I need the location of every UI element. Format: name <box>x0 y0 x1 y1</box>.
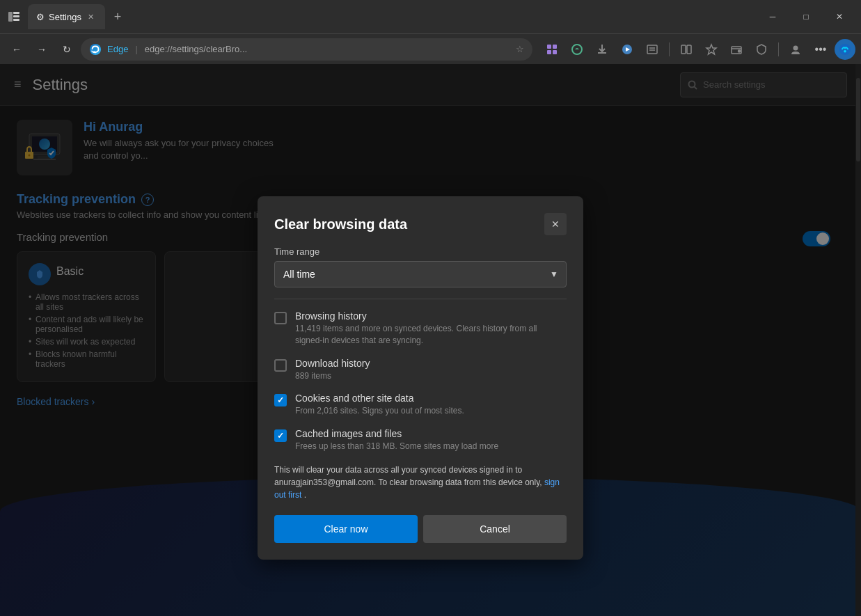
download-history-item: Download history 889 items <box>274 358 567 382</box>
svg-point-19 <box>793 45 798 50</box>
bing-copilot-icon[interactable] <box>835 39 855 60</box>
nav-bar: ← → ↻ Edge | edge://settings/clearBro...… <box>0 33 861 64</box>
download-history-desc: 889 items <box>295 370 567 382</box>
cookies-checkbox-wrapper[interactable] <box>274 394 287 406</box>
copilot-icon[interactable] <box>566 38 588 61</box>
dialog-divider <box>274 299 567 299</box>
svg-rect-8 <box>553 50 557 54</box>
dialog-actions: Clear now Cancel <box>274 515 567 543</box>
clear-now-button[interactable]: Clear now <box>274 515 418 543</box>
dialog-header: Clear browsing data ✕ <box>274 213 567 235</box>
tab-close-button[interactable]: ✕ <box>86 11 97 22</box>
play-icon[interactable] <box>616 38 638 61</box>
edge-label: Edge <box>107 44 128 54</box>
download-history-checkbox-wrapper[interactable] <box>274 359 287 372</box>
new-tab-button[interactable]: + <box>108 7 127 26</box>
browsing-history-checkbox-wrapper[interactable] <box>274 312 287 324</box>
wallet-icon[interactable] <box>725 38 748 61</box>
browser-guard-icon[interactable] <box>750 38 773 61</box>
browsing-history-checkbox[interactable] <box>274 312 287 324</box>
tab-favicon: ⚙ <box>36 12 45 22</box>
tab-title: Settings <box>49 12 81 22</box>
cookies-checkbox[interactable] <box>274 394 287 406</box>
window-controls: ─ □ ✕ <box>757 6 855 28</box>
browsing-history-title: Browsing history <box>295 310 567 322</box>
svg-rect-2 <box>13 15 19 17</box>
svg-rect-12 <box>647 45 657 54</box>
browser-frame: ⚙ Settings ✕ + ─ □ ✕ ← → ↻ <box>0 0 861 616</box>
edge-logo-icon <box>89 43 102 56</box>
title-bar: ⚙ Settings ✕ + ─ □ ✕ <box>0 0 861 33</box>
svg-rect-1 <box>13 12 19 14</box>
more-options-icon[interactable]: ••• <box>809 38 832 61</box>
time-range-wrapper: Last hour Last 24 hours Last 7 days Last… <box>274 261 567 287</box>
svg-rect-16 <box>687 45 691 54</box>
sidebar-toggle-icon[interactable] <box>6 8 22 25</box>
svg-rect-0 <box>8 12 13 22</box>
close-button[interactable]: ✕ <box>823 6 855 28</box>
refresh-button[interactable]: ↻ <box>56 38 78 61</box>
cached-images-desc: Frees up less than 318 MB. Some sites ma… <box>295 441 567 452</box>
svg-point-4 <box>90 43 101 54</box>
download-history-title: Download history <box>295 358 567 369</box>
cookies-desc: From 2,016 sites. Signs you out of most … <box>295 405 567 417</box>
browsing-history-label: Browsing history 11,419 items and more o… <box>295 310 567 347</box>
cached-images-checkbox[interactable] <box>274 429 287 442</box>
forward-button[interactable]: → <box>31 38 53 61</box>
extensions-icon[interactable] <box>541 38 563 61</box>
svg-rect-15 <box>681 45 686 54</box>
profile-icon[interactable] <box>784 38 807 61</box>
cookies-title: Cookies and other site data <box>295 393 567 404</box>
download-history-label: Download history 889 items <box>295 358 567 382</box>
cached-images-label: Cached images and files Frees up less th… <box>295 428 567 452</box>
settings-page: ≡ Settings Search settings <box>0 64 861 616</box>
svg-rect-3 <box>13 19 19 21</box>
toolbar-divider <box>669 42 670 56</box>
address-separator: | <box>135 44 137 54</box>
svg-point-21 <box>844 49 846 52</box>
tab-bar: ⚙ Settings ✕ + <box>6 4 751 29</box>
sync-notice-period: . <box>304 490 306 500</box>
cached-images-checkbox-wrapper[interactable] <box>274 429 287 442</box>
browsing-history-item: Browsing history 11,419 items and more o… <box>274 310 567 347</box>
collections-icon[interactable] <box>641 38 663 61</box>
dialog-close-button[interactable]: ✕ <box>544 213 567 235</box>
cached-images-item: Cached images and files Frees up less th… <box>274 428 567 452</box>
browsing-history-desc: 11,419 items and more on synced devices.… <box>295 323 567 347</box>
active-tab[interactable]: ⚙ Settings ✕ <box>28 4 105 29</box>
download-history-checkbox[interactable] <box>274 359 287 372</box>
sync-notice: This will clear your data across all you… <box>274 464 567 501</box>
cached-images-title: Cached images and files <box>295 428 567 439</box>
svg-rect-6 <box>553 45 557 49</box>
favorite-icon[interactable]: ☆ <box>516 44 524 54</box>
dialog-title: Clear browsing data <box>274 216 407 232</box>
svg-point-18 <box>738 50 741 52</box>
clear-browsing-data-dialog: Clear browsing data ✕ Time range Last ho… <box>258 196 583 560</box>
favorites-icon[interactable] <box>700 38 722 61</box>
maximize-button[interactable]: □ <box>790 6 822 28</box>
cancel-button[interactable]: Cancel <box>423 515 567 543</box>
time-range-label: Time range <box>274 246 567 257</box>
sync-notice-text: This will clear your data across all you… <box>274 465 542 487</box>
split-screen-icon[interactable] <box>675 38 697 61</box>
svg-point-20 <box>839 43 851 54</box>
toolbar-icons: ••• <box>541 38 855 61</box>
time-range-select[interactable]: Last hour Last 24 hours Last 7 days Last… <box>274 261 567 287</box>
toolbar-divider2 <box>778 42 779 56</box>
cookies-label: Cookies and other site data From 2,016 s… <box>295 393 567 417</box>
address-bar[interactable]: Edge | edge://settings/clearBro... ☆ <box>81 38 532 61</box>
minimize-button[interactable]: ─ <box>757 6 789 28</box>
cookies-item: Cookies and other site data From 2,016 s… <box>274 393 567 417</box>
download-icon[interactable] <box>591 38 613 61</box>
svg-rect-5 <box>547 45 551 49</box>
svg-rect-7 <box>547 50 551 54</box>
address-url: edge://settings/clearBro... <box>145 44 247 54</box>
back-button[interactable]: ← <box>6 38 28 61</box>
